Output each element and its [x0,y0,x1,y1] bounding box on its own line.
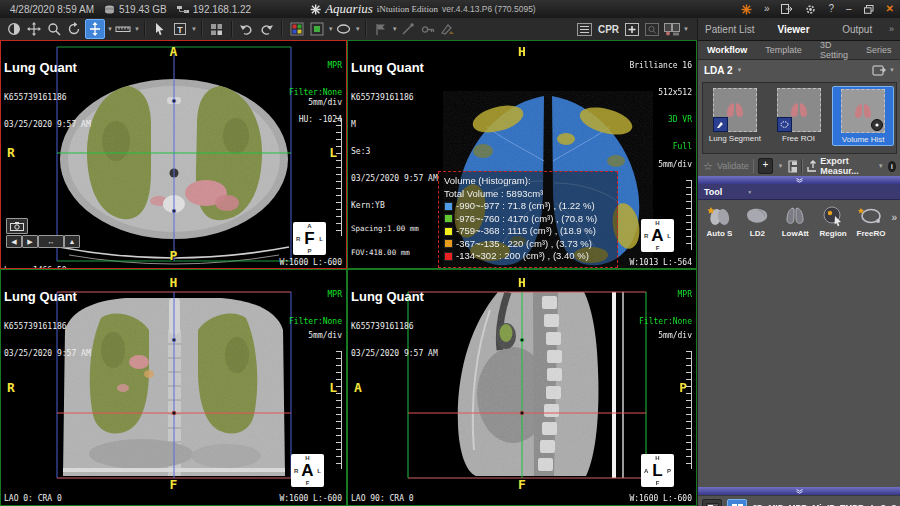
restore-icon[interactable] [864,5,874,14]
validate-star-icon[interactable]: ☆ [703,160,713,173]
thumbnail-label: Free ROI [782,134,815,143]
tool-ld2[interactable]: LD2 [740,204,775,238]
undo-icon[interactable] [238,20,256,38]
export-measurements-button[interactable]: Export Measur... [820,156,873,176]
minimize-icon[interactable]: – [846,4,852,14]
collapse-bar-bottom[interactable] [698,487,900,495]
patient-sex: M [351,120,438,129]
tab-series[interactable]: Series [857,45,900,55]
cine-prev-button[interactable]: ◀ [6,235,22,248]
cine-next-button[interactable]: ▶ [22,235,38,248]
orientation-cube[interactable]: F A R L P [293,222,326,255]
tool-free-roi[interactable]: FreeRO [854,204,889,238]
patient-id: K655739161186 [351,93,438,102]
cursor-tool-icon[interactable] [151,20,169,38]
pan-tool-icon[interactable] [25,20,43,38]
snowflake-icon[interactable] [741,4,752,15]
tool-low-attenuation[interactable]: LowAtt [778,204,813,238]
tab-output[interactable]: Output [825,24,889,35]
magnify-view-icon[interactable] [643,20,661,38]
orientation-bottom: P [170,248,178,263]
tool-region[interactable]: Region [816,204,851,238]
color-preset-icon[interactable] [288,20,306,38]
zoom-tool-icon[interactable] [45,20,63,38]
tab-patient-list[interactable]: Patient List [698,24,762,35]
workflow-thumbnails: Lung Segment Free ROI Volume Hist [702,82,897,154]
ellipse-roi-dropdown[interactable]: ▼ [355,26,361,32]
tab-workflow[interactable]: Workflow [698,45,756,55]
segment-color-icon[interactable] [308,20,326,38]
window-level: W:1600 L:-600 [279,258,342,267]
histogram-title: Volume (Histogram): [444,175,612,188]
orientation-cube[interactable]: L H A P F [641,454,674,487]
export-icon[interactable] [807,160,816,172]
nav-overflow-chevron[interactable]: » [889,24,900,34]
add-view-icon[interactable] [623,20,641,38]
scale-label: 5mm/div [308,98,342,107]
hanging-protocol-dropdown[interactable]: ▼ [683,26,689,32]
tab-viewer[interactable]: Viewer [762,24,826,35]
cpr-button[interactable]: CPR [598,24,619,35]
contrast-tool-icon[interactable] [5,20,23,38]
lda-dropdown[interactable]: ▼ [737,67,743,73]
text-tool-dropdown[interactable]: ▼ [191,26,197,32]
viewport-sagittal[interactable]: Lung Quant K655739161186 03/25/2020 9:57… [347,269,697,506]
layout-grid-icon[interactable] [208,20,226,38]
add-step-dropdown[interactable]: ▼ [778,163,784,169]
measure-tool-icon[interactable] [114,20,132,38]
thumbnail-lung-segment[interactable]: Lung Segment [705,86,765,144]
layout-single-button[interactable] [702,499,722,506]
cine-play-button[interactable]: ▲ [64,235,80,248]
ellipse-roi-icon[interactable] [335,20,353,38]
text-annotation-icon[interactable]: T [171,20,189,38]
snapshot-camera-button[interactable] [6,218,28,234]
segment-color-dropdown[interactable]: ▼ [328,26,334,32]
main-nav-tabs: Patient List Viewer Output » [698,18,900,41]
more-tools-chevron[interactable]: » [891,212,897,223]
collapse-bar-top[interactable] [698,176,900,184]
viewport-coronal[interactable]: Lung Quant K655739161186 03/25/2020 9:57… [0,269,347,506]
list-view-icon[interactable] [576,20,594,38]
tool-auto-segment[interactable]: Auto S [702,204,737,238]
close-icon[interactable]: ✕ [886,4,894,14]
viewport-axial[interactable]: Lung Quant K655739161186 03/25/2020 9:57… [0,40,347,269]
image-matrix: 512x512 [629,88,692,97]
volume-histogram-overlay[interactable]: Volume (Histogram): Total Volume : 5893c… [438,171,618,268]
info-icon[interactable]: i [888,161,896,172]
copy-layout-dropdown[interactable]: ▼ [889,67,895,73]
copy-layout-icon[interactable] [872,64,888,77]
measure-tool-dropdown[interactable]: ▼ [134,26,140,32]
batch-tool-icon[interactable] [439,20,457,38]
thumbnail-free-roi[interactable]: Free ROI [769,86,829,144]
tab-3d-setting[interactable]: 3D Setting [811,40,857,60]
tab-template[interactable]: Template [756,45,811,55]
orientation-cube[interactable]: A H R L F [641,219,674,252]
export-dropdown[interactable]: ▼ [878,163,884,169]
help-icon[interactable]: ? [828,4,834,14]
thumbnail-volume-hist[interactable]: Volume Hist [832,86,894,146]
flag-tool-dropdown[interactable]: ▼ [392,26,398,32]
probe-tool-icon[interactable] [399,20,417,38]
series-number: Se:3 [351,147,438,156]
lda-selector[interactable]: LDA 2 [704,65,733,76]
logout-icon[interactable] [781,4,793,14]
tool-section-header[interactable]: Tool ▼ [698,184,900,200]
scroll-tool-dropdown[interactable]: ▼ [107,26,113,32]
add-step-button[interactable]: + [758,158,772,174]
cine-loop-button[interactable]: ↔ [38,235,64,248]
orientation-cube[interactable]: A H R L F [291,454,324,487]
validate-button[interactable]: Validate [717,161,749,171]
tool-section-dropdown[interactable]: ▼ [747,189,752,195]
overflow-chevron-icon[interactable]: » [764,4,770,14]
key-tool-icon[interactable] [419,20,437,38]
settings-gear-icon[interactable] [805,4,816,15]
viewport-3d-vr[interactable]: Lung Quant K655739161186 M Se:3 03/25/20… [347,40,697,269]
redo-icon[interactable] [258,20,276,38]
save-icon[interactable] [788,160,798,173]
flag-tool-icon[interactable] [372,20,390,38]
layout-2x2-button[interactable] [727,499,747,506]
histogram-total: Total Volume : 5893cm³ [444,188,612,201]
hanging-protocol-icon[interactable] [663,20,681,38]
rotate-tool-icon[interactable] [65,20,83,38]
scroll-tool-icon[interactable] [85,19,105,39]
